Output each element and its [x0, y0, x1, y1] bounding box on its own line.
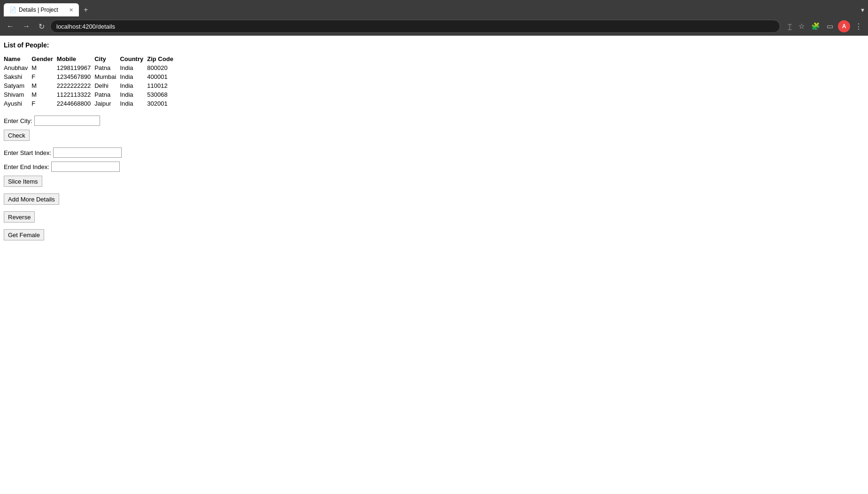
table-cell: Jaipur [94, 99, 120, 108]
table-cell: F [31, 99, 57, 108]
slice-button[interactable]: Slice Items [4, 176, 42, 187]
table-row: SakshiF1234567890MumbaiIndia400001 [4, 72, 177, 81]
back-button[interactable]: ← [4, 20, 17, 32]
col-header-name: Name [4, 54, 31, 63]
end-index-input[interactable] [51, 162, 120, 172]
table-cell: 2244668800 [57, 99, 94, 108]
table-cell: 110012 [147, 81, 177, 90]
active-tab[interactable]: 📄 Details | Project ✕ [4, 3, 79, 16]
reverse-button[interactable]: Reverse [4, 211, 35, 223]
tab-bar: 📄 Details | Project ✕ + ▾ [0, 0, 868, 17]
table-cell: Sakshi [4, 72, 31, 81]
extensions-button[interactable]: 🧩 [809, 20, 822, 32]
table-cell: Shivam [4, 90, 31, 99]
table-cell: 800020 [147, 63, 177, 72]
table-cell: 302001 [147, 99, 177, 108]
city-label: Enter City: [4, 117, 32, 124]
end-index-label: Enter End Index: [4, 163, 49, 170]
table-cell: F [31, 72, 57, 81]
col-header-mobile: Mobile [57, 54, 94, 63]
table-cell: M [31, 81, 57, 90]
get-female-row: Get Female [4, 229, 864, 240]
table-cell: India [120, 63, 147, 72]
col-header-country: Country [120, 54, 147, 63]
table-row: AyushiF2244668800JaipurIndia302001 [4, 99, 177, 108]
table-row: AnubhavM1298119967PatnaIndia800020 [4, 63, 177, 72]
table-cell: 1122113322 [57, 90, 94, 99]
table-cell: India [120, 81, 147, 90]
page-content: List of People: Name Gender Mobile City … [0, 36, 868, 253]
table-cell: Ayushi [4, 99, 31, 108]
city-input[interactable] [34, 116, 100, 126]
table-cell: 1298119967 [57, 63, 94, 72]
table-row: ShivamM1122113322PatnaIndia530068 [4, 90, 177, 99]
tab-overflow-button[interactable]: ▾ [861, 6, 864, 14]
table-cell: M [31, 90, 57, 99]
menu-button[interactable]: ⋮ [853, 20, 864, 33]
city-filter-row: Enter City: [4, 116, 864, 126]
people-table: Name Gender Mobile City Country Zip Code… [4, 54, 177, 108]
page-title: List of People: [4, 41, 864, 49]
address-bar[interactable] [50, 20, 780, 33]
table-cell: 2222222222 [57, 81, 94, 90]
table-cell: 1234567890 [57, 72, 94, 81]
start-index-row: Enter Start Index: [4, 147, 864, 158]
add-more-button[interactable]: Add More Details [4, 193, 59, 205]
tab-favicon: 📄 [9, 7, 16, 13]
get-female-button[interactable]: Get Female [4, 229, 44, 240]
slice-button-row: Slice Items [4, 176, 864, 187]
add-more-row: Add More Details [4, 193, 864, 205]
bookmark-button[interactable]: ☆ [797, 20, 806, 32]
table-header-row: Name Gender Mobile City Country Zip Code [4, 54, 177, 63]
reverse-row: Reverse [4, 211, 864, 223]
profile-button[interactable]: A [838, 20, 850, 32]
reload-button[interactable]: ↻ [36, 20, 47, 33]
browser-chrome: 📄 Details | Project ✕ + ▾ ← → ↻ ⌶ ☆ 🧩 ▭ … [0, 0, 868, 36]
col-header-gender: Gender [31, 54, 57, 63]
start-index-label: Enter Start Index: [4, 149, 51, 156]
col-header-city: City [94, 54, 120, 63]
table-cell: 400001 [147, 72, 177, 81]
table-cell: Satyam [4, 81, 31, 90]
nav-right-controls: ⌶ ☆ 🧩 ▭ A ⋮ [786, 20, 864, 33]
tab-close-button[interactable]: ✕ [69, 7, 73, 13]
table-cell: Patna [94, 90, 120, 99]
end-index-row: Enter End Index: [4, 162, 864, 172]
table-cell: M [31, 63, 57, 72]
check-button[interactable]: Check [4, 130, 30, 141]
new-tab-button[interactable]: + [81, 6, 91, 14]
table-cell: India [120, 99, 147, 108]
check-button-row: Check [4, 130, 864, 141]
table-cell: Patna [94, 63, 120, 72]
forward-button[interactable]: → [20, 20, 33, 32]
tab-title: Details | Project [19, 7, 58, 13]
start-index-input[interactable] [53, 147, 122, 158]
table-cell: India [120, 90, 147, 99]
sidebar-button[interactable]: ▭ [825, 20, 835, 32]
table-cell: India [120, 72, 147, 81]
share-button[interactable]: ⌶ [786, 21, 794, 32]
nav-bar: ← → ↻ ⌶ ☆ 🧩 ▭ A ⋮ [0, 17, 868, 36]
table-cell: Delhi [94, 81, 120, 90]
table-row: SatyamM2222222222DelhiIndia110012 [4, 81, 177, 90]
table-cell: Mumbai [94, 72, 120, 81]
table-cell: 530068 [147, 90, 177, 99]
col-header-zip: Zip Code [147, 54, 177, 63]
table-cell: Anubhav [4, 63, 31, 72]
